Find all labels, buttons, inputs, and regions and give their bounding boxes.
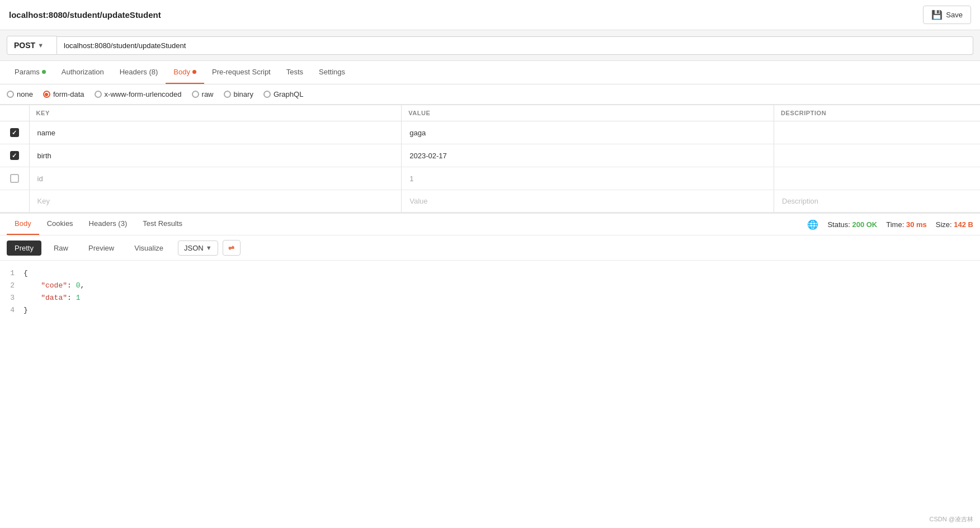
json-format-select[interactable]: JSON ▼ xyxy=(178,241,218,256)
line-content-2: "code": 0, xyxy=(23,280,980,292)
radio-binary-circle xyxy=(224,91,231,98)
radio-raw[interactable]: raw xyxy=(192,90,214,98)
method-select[interactable]: POST ▼ xyxy=(7,36,57,55)
col-val-header: VALUE xyxy=(402,105,774,121)
radio-urlencoded[interactable]: x-www-form-urlencoded xyxy=(95,90,182,98)
row4-desc-input[interactable] xyxy=(774,190,980,212)
row3-check-cell xyxy=(0,167,29,190)
line-num-1: 1 xyxy=(0,267,23,280)
body-dot xyxy=(192,70,196,74)
time-value: 30 ms xyxy=(906,220,927,229)
tab-settings-label: Settings xyxy=(319,68,345,76)
row2-val-cell xyxy=(402,144,774,167)
col-key-header: KEY xyxy=(29,105,402,121)
checkbox-checked-icon xyxy=(10,151,19,160)
col-check-header xyxy=(0,105,29,121)
code-line-2: 2 "code": 0, xyxy=(0,280,980,292)
radio-graphql-circle xyxy=(263,91,271,98)
url-input[interactable] xyxy=(57,36,973,55)
res-tab-test-results[interactable]: Test Results xyxy=(135,213,190,235)
row1-check-cell xyxy=(0,121,29,144)
table-row xyxy=(0,121,980,144)
time-label: Time: 30 ms xyxy=(886,220,927,229)
tab-body-label: Body xyxy=(173,68,190,76)
save-icon: 💾 xyxy=(931,10,943,20)
row1-val-cell xyxy=(402,121,774,144)
line-content-3: "data": 1 xyxy=(23,292,980,304)
row3-val-input[interactable] xyxy=(402,168,774,190)
row3-key-input[interactable] xyxy=(30,168,402,190)
row4-val-input[interactable] xyxy=(402,190,774,212)
line-num-4: 4 xyxy=(0,304,23,317)
json-format-label: JSON xyxy=(184,244,204,252)
row2-key-cell xyxy=(29,144,402,167)
response-tabs: Body Cookies Headers (3) Test Results 🌐 … xyxy=(0,213,980,235)
tab-tests[interactable]: Tests xyxy=(279,61,311,84)
res-tab-cookies[interactable]: Cookies xyxy=(39,213,81,235)
row1-desc-input[interactable] xyxy=(774,122,980,144)
row4-key-input[interactable] xyxy=(30,190,402,212)
row2-checkbox[interactable] xyxy=(0,144,29,167)
radio-graphql[interactable]: GraphQL xyxy=(263,90,303,98)
row3-val-cell xyxy=(402,167,774,190)
size-value: 142 B xyxy=(954,220,973,229)
tab-pre-request-label: Pre-request Script xyxy=(212,68,271,76)
tab-tests-label: Tests xyxy=(286,68,303,76)
line-content-4: } xyxy=(23,304,980,317)
radio-none[interactable]: none xyxy=(7,90,33,98)
response-body: 1 { 2 "code": 0, 3 "data": 1 4 } xyxy=(0,261,980,323)
row2-val-input[interactable] xyxy=(402,145,774,167)
row3-desc-cell xyxy=(774,167,981,190)
format-preview-btn[interactable]: Preview xyxy=(81,241,122,256)
tab-headers[interactable]: Headers (8) xyxy=(112,61,166,84)
code-line-3: 3 "data": 1 xyxy=(0,292,980,304)
url-bar: POST ▼ xyxy=(0,30,980,61)
line-content-1: { xyxy=(23,267,980,280)
tab-pre-request[interactable]: Pre-request Script xyxy=(204,61,279,84)
row4-checkbox[interactable] xyxy=(0,195,29,208)
save-label: Save xyxy=(946,11,963,19)
res-tab-body[interactable]: Body xyxy=(7,213,39,235)
status-area: 🌐 Status: 200 OK Time: 30 ms Size: 142 B xyxy=(807,219,973,230)
row2-desc-input[interactable] xyxy=(774,145,980,167)
row1-val-input[interactable] xyxy=(402,122,774,144)
row1-key-input[interactable] xyxy=(30,122,402,144)
row2-check-cell xyxy=(0,144,29,167)
code-line-1: 1 { xyxy=(0,267,980,280)
row2-key-input[interactable] xyxy=(30,145,402,167)
row3-checkbox[interactable] xyxy=(0,167,29,190)
radio-form-data[interactable]: form-data xyxy=(43,90,84,98)
line-num-2: 2 xyxy=(0,280,23,292)
chevron-down-icon: ▼ xyxy=(37,42,44,49)
row4-check-cell xyxy=(0,190,29,213)
body-type-row: none form-data x-www-form-urlencoded raw… xyxy=(0,84,980,105)
format-pretty-btn[interactable]: Pretty xyxy=(7,241,41,256)
wrap-lines-button[interactable]: ⇌ xyxy=(223,240,241,256)
format-visualize-btn[interactable]: Visualize xyxy=(126,241,171,256)
radio-raw-circle xyxy=(192,91,199,98)
top-bar: localhost:8080/student/updateStudent 💾 S… xyxy=(0,0,980,30)
tab-body[interactable]: Body xyxy=(166,61,204,84)
radio-binary[interactable]: binary xyxy=(224,90,253,98)
radio-urlencoded-circle xyxy=(95,91,102,98)
row4-val-cell xyxy=(402,190,774,213)
tab-authorization[interactable]: Authorization xyxy=(54,61,112,84)
tab-headers-label: Headers (8) xyxy=(120,68,158,76)
row1-checkbox[interactable] xyxy=(0,121,29,144)
row2-desc-cell xyxy=(774,144,981,167)
row3-key-cell xyxy=(29,167,402,190)
radio-none-circle xyxy=(7,91,14,98)
status-label: Status: 200 OK xyxy=(827,220,877,229)
size-label: Size: 142 B xyxy=(936,220,973,229)
format-raw-btn[interactable]: Raw xyxy=(46,241,76,256)
table-row xyxy=(0,144,980,167)
res-tab-headers[interactable]: Headers (3) xyxy=(81,213,135,235)
save-button[interactable]: 💾 Save xyxy=(923,6,971,24)
row3-desc-input[interactable] xyxy=(774,168,980,190)
checkbox-unchecked-icon xyxy=(10,174,19,183)
table-row xyxy=(0,167,980,190)
tab-settings[interactable]: Settings xyxy=(311,61,353,84)
tab-params[interactable]: Params xyxy=(7,61,54,84)
wrap-icon: ⇌ xyxy=(228,244,234,252)
status-value: 200 OK xyxy=(852,220,877,229)
